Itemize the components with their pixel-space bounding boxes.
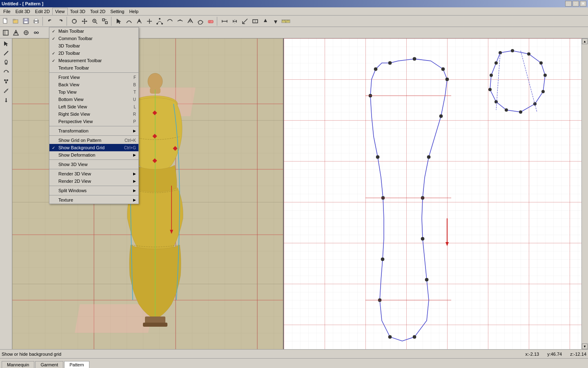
svg-point-93 xyxy=(148,73,163,90)
tb-print[interactable] xyxy=(31,17,41,26)
svg-marker-15 xyxy=(82,20,83,22)
dd-show-deformation[interactable]: Show Deformation ▶ xyxy=(49,151,138,159)
menu-help[interactable]: Help xyxy=(127,8,141,15)
dd-show-3d-view[interactable]: Show 3D View xyxy=(49,161,138,168)
svg-marker-80 xyxy=(5,101,7,102)
svg-point-141 xyxy=(494,61,498,65)
svg-point-111 xyxy=(439,114,443,118)
sidebar-select[interactable] xyxy=(2,39,11,48)
tb-2d-3[interactable] xyxy=(21,28,31,37)
sidebar-rotate2[interactable] xyxy=(2,67,11,76)
dd-front-view[interactable]: Front View F xyxy=(49,74,138,81)
tb-rotate[interactable] xyxy=(69,17,79,26)
sidebar-node[interactable] xyxy=(2,77,11,86)
tb-open[interactable] xyxy=(11,17,21,26)
menu-tool3d[interactable]: Tool 3D xyxy=(68,8,88,15)
dd-show-bg-grid[interactable]: ✓ Show Background Grid Ctrl+G xyxy=(49,144,138,151)
tb-select-arrow[interactable] xyxy=(114,17,124,26)
tb-path4[interactable] xyxy=(196,17,205,26)
tb-meas3[interactable] xyxy=(240,17,250,26)
menu-tool2d[interactable]: Tool 2D xyxy=(88,8,108,15)
dd-render-2d[interactable]: Render 2D View ▶ xyxy=(49,177,138,185)
dd-left-view[interactable]: Left Side View L xyxy=(49,103,138,110)
tb-path2[interactable] xyxy=(175,17,185,26)
svg-rect-56 xyxy=(3,30,8,35)
dd-transformation[interactable]: Transformation ▶ xyxy=(49,127,138,135)
tab-mannequin[interactable]: Mannequin xyxy=(2,361,34,368)
minimize-button[interactable]: _ xyxy=(565,1,572,7)
tb-2d-1[interactable] xyxy=(1,28,11,37)
tb-node[interactable] xyxy=(155,17,165,26)
dd-bottom-view[interactable]: Bottom View U xyxy=(49,96,138,103)
dd-sep-5 xyxy=(49,169,138,169)
dd-show-grid-pattern[interactable]: Show Grid on Pattern Ctrl+K xyxy=(49,137,138,144)
tb-meas4[interactable] xyxy=(250,17,260,26)
submenu-arrow-deformation: ▶ xyxy=(133,153,136,157)
toolbar-sep-4 xyxy=(217,17,218,26)
tb-meas1[interactable] xyxy=(220,17,229,26)
sidebar-line[interactable] xyxy=(2,49,11,58)
tb-pen[interactable] xyxy=(134,17,144,26)
svg-point-134 xyxy=(541,90,545,93)
tb-undo[interactable] xyxy=(45,17,55,26)
tb-curve[interactable] xyxy=(124,17,134,26)
titlebar: Untitled - [ Pattern ] _ □ ✕ xyxy=(0,0,588,7)
bottom-tabs: Mannequin Garment Pattern xyxy=(0,358,588,368)
maximize-button[interactable]: □ xyxy=(572,1,579,7)
dd-sep-1 xyxy=(49,72,138,73)
menu-edit2d[interactable]: Edit 2D xyxy=(33,8,52,15)
dd-perspective-view[interactable]: Perspective View P xyxy=(49,118,138,125)
svg-rect-106 xyxy=(284,38,581,349)
dd-check-meas: ✓ xyxy=(52,58,58,63)
tb-path1[interactable] xyxy=(165,17,175,26)
right-scrollbar[interactable]: ▲ ▼ xyxy=(581,38,588,349)
sidebar-skip[interactable] xyxy=(2,96,11,105)
tb-pan[interactable] xyxy=(80,17,89,26)
tb-path3[interactable] xyxy=(185,17,195,26)
tb-2d-2[interactable] xyxy=(11,28,21,37)
svg-point-121 xyxy=(376,155,379,159)
dd-top-view[interactable]: Top View T xyxy=(49,88,138,96)
dd-main-toolbar[interactable]: ✓ Main Toolbar xyxy=(49,27,138,35)
dd-texture-toolbar[interactable]: Texture Toolbar xyxy=(49,64,138,72)
close-button[interactable]: ✕ xyxy=(580,1,586,7)
dd-back-view[interactable]: Back View B xyxy=(49,81,138,88)
dd-2d-toolbar[interactable]: ✓ 2D Toolbar xyxy=(49,49,138,57)
tab-pattern[interactable]: Pattern xyxy=(64,361,89,368)
dropdown-menu: ✓ Main Toolbar ✓ Common Toolbar 3D Toolb… xyxy=(49,27,139,204)
tb-zoom-in[interactable] xyxy=(90,17,100,26)
toolbar-sep-2 xyxy=(67,17,68,26)
tb-arrow-down[interactable] xyxy=(271,17,281,26)
tb-new[interactable] xyxy=(1,17,11,26)
scroll-down[interactable]: ▼ xyxy=(582,343,588,349)
dd-meas-toolbar[interactable]: ✓ Measurement Toolbar xyxy=(49,57,138,64)
menu-view[interactable]: View xyxy=(52,8,68,15)
dd-texture[interactable]: Texture ▶ xyxy=(49,196,138,204)
tb-fit[interactable] xyxy=(100,17,110,26)
svg-point-133 xyxy=(543,74,547,77)
dd-render-3d[interactable]: Render 3D View ▶ xyxy=(49,170,138,177)
tb-redo[interactable] xyxy=(56,17,65,26)
tb-cross[interactable] xyxy=(145,17,154,26)
tb-meas2[interactable] xyxy=(230,17,240,26)
tb-save[interactable] xyxy=(21,17,31,26)
tb-erase[interactable] xyxy=(206,17,216,26)
sidebar-dummy[interactable] xyxy=(2,58,11,67)
dd-common-toolbar[interactable]: ✓ Common Toolbar xyxy=(49,35,138,42)
dd-split-windows[interactable]: Split Windows ▶ xyxy=(49,187,138,194)
tb-arrow-up[interactable] xyxy=(261,17,270,26)
menu-setting[interactable]: Setting xyxy=(108,8,127,15)
dd-right-view[interactable]: Right Side View R xyxy=(49,110,138,118)
tb-2d-4[interactable] xyxy=(31,28,41,37)
svg-rect-92 xyxy=(75,304,153,333)
submenu-arrow-texture: ▶ xyxy=(133,198,136,202)
svg-marker-16 xyxy=(86,20,87,22)
menu-file[interactable]: File xyxy=(1,8,13,15)
dd-3d-toolbar[interactable]: 3D Toolbar xyxy=(49,42,138,49)
svg-line-66 xyxy=(4,51,8,55)
menu-edit3d[interactable]: Edit 3D xyxy=(13,8,33,15)
tb-ruler[interactable] xyxy=(281,17,291,26)
sidebar-measure[interactable] xyxy=(2,86,11,95)
scroll-up[interactable]: ▲ xyxy=(582,38,588,44)
tab-garment[interactable]: Garment xyxy=(35,361,63,368)
